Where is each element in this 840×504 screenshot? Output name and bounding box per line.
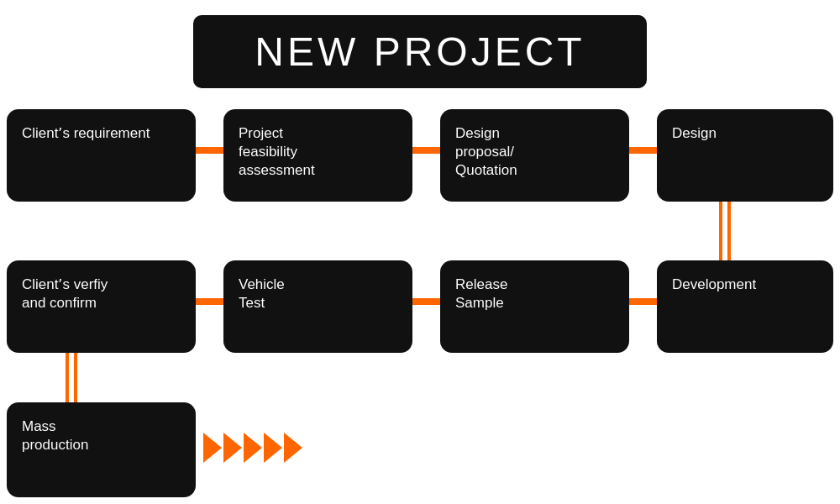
box-clients-requirement: Clientʼs requirement bbox=[7, 109, 196, 202]
connector-v-design-development bbox=[719, 202, 731, 260]
box-project-feasibility: Project feasibility assessment bbox=[223, 109, 412, 202]
connector-h-r1-3 bbox=[629, 147, 657, 154]
page-title: NEW PROJECT bbox=[255, 29, 585, 74]
box-design: Design bbox=[657, 109, 833, 202]
chevron-5 bbox=[284, 433, 302, 463]
box-design-proposal: Design proposal/ Quotation bbox=[440, 109, 629, 202]
box-mass-production-label: Mass production bbox=[22, 418, 88, 453]
chevrons-mass-production bbox=[203, 433, 302, 463]
connector-v-verify-mass bbox=[66, 353, 77, 405]
connector-h-r1-1 bbox=[196, 147, 223, 154]
box-release-sample: Release Sample bbox=[440, 260, 629, 353]
connector-h-r2-2 bbox=[412, 298, 440, 305]
box-client-verify-label: Clientʼs verfiy and confirm bbox=[22, 276, 108, 311]
box-design-label: Design bbox=[672, 125, 717, 141]
box-client-verify: Clientʼs verfiy and confirm bbox=[7, 260, 196, 353]
box-project-feasibility-label: Project feasibility assessment bbox=[239, 125, 315, 178]
box-design-proposal-label: Design proposal/ Quotation bbox=[455, 125, 517, 178]
connector-h-r1-2 bbox=[412, 147, 440, 154]
chevron-3 bbox=[244, 433, 262, 463]
box-development: Development bbox=[657, 260, 833, 353]
box-release-sample-label: Release Sample bbox=[455, 276, 507, 311]
box-mass-production: Mass production bbox=[7, 402, 196, 497]
chevron-1 bbox=[203, 433, 222, 463]
chevron-4 bbox=[264, 433, 282, 463]
chevron-2 bbox=[223, 433, 242, 463]
title-box: NEW PROJECT bbox=[193, 15, 647, 88]
connector-h-r2-1 bbox=[196, 298, 223, 305]
box-clients-requirement-label: Clientʼs requirement bbox=[22, 125, 150, 141]
box-vehicle-test: Vehicle Test bbox=[223, 260, 412, 353]
connector-h-r2-3 bbox=[629, 298, 657, 305]
box-development-label: Development bbox=[672, 276, 756, 292]
box-vehicle-test-label: Vehicle Test bbox=[239, 276, 285, 311]
